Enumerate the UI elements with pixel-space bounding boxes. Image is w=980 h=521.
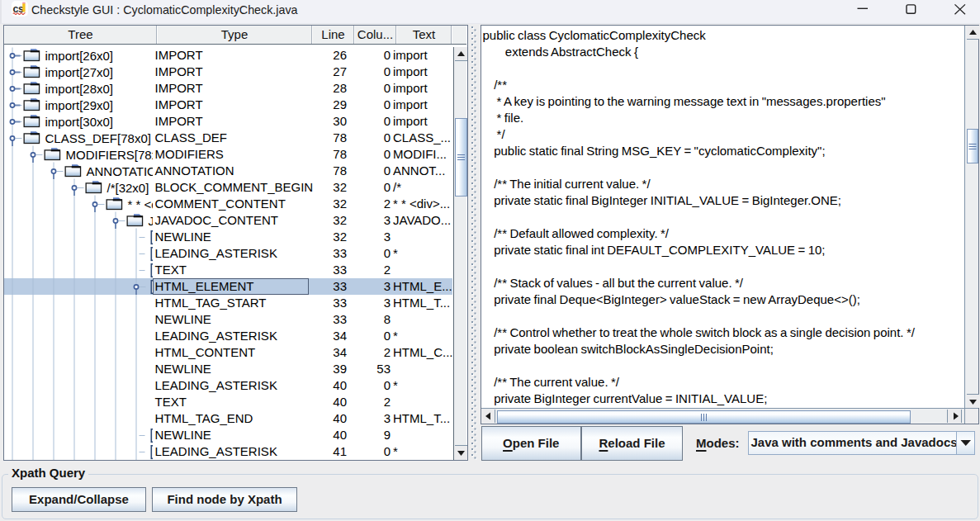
svg-text:JAVADOC_CON: JAVADOC_CON xyxy=(149,213,153,227)
svg-text:cs: cs xyxy=(13,3,24,15)
svg-text:CLASS_DEF[78x0]: CLASS_DEF[78x0] xyxy=(45,130,151,144)
svg-text:import[30x0]: import[30x0] xyxy=(45,114,114,128)
svg-text:import[27x0]: import[27x0] xyxy=(45,64,114,78)
svg-text:import[28x0]: import[28x0] xyxy=(45,81,114,95)
svg-text:* * <div>FileSet: * * <div>FileSet xyxy=(128,197,153,211)
svg-text:MODIFIERS[78x0]: MODIFIERS[78x0] xyxy=(66,147,153,161)
svg-text:import[29x0]: import[29x0] xyxy=(45,97,114,111)
svg-text:import[26x0]: import[26x0] xyxy=(45,48,114,62)
svg-text:ANNOTATION[78x0]: ANNOTATION[78x0] xyxy=(87,163,153,178)
svg-text:/*[32x0]: /*[32x0] xyxy=(107,180,149,194)
